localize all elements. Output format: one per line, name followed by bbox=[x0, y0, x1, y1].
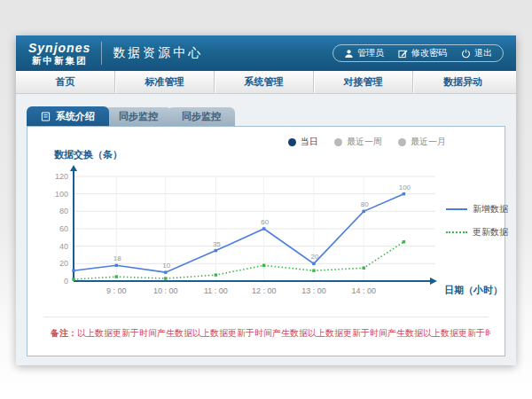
document-icon bbox=[41, 112, 51, 121]
time-range-filter: 当日 最近一周 最近一月 bbox=[288, 136, 446, 148]
logo-text-en: Synjones bbox=[28, 42, 90, 54]
radio-dot-icon bbox=[334, 138, 342, 146]
panel-divider bbox=[43, 317, 489, 317]
current-user[interactable]: 管理员 bbox=[344, 47, 384, 59]
svg-text:18: 18 bbox=[113, 254, 121, 262]
edit-icon bbox=[398, 49, 408, 59]
svg-text:14 : 00: 14 : 00 bbox=[351, 286, 376, 295]
user-toolbar: 管理员 修改密码 退出 bbox=[332, 44, 504, 62]
footnote-text: 以上数据更新于时间产生数据以上数据更新于时间产生数据以上数据更新于时间产生数据以… bbox=[77, 328, 490, 338]
tab-system-intro[interactable]: 系统介绍 bbox=[27, 106, 109, 126]
content-area: 系统介绍 同步监控 同步监控 当日 最近一周 bbox=[16, 94, 516, 365]
user-icon bbox=[344, 49, 354, 59]
tab-sync-monitor-1[interactable]: 同步监控 bbox=[105, 107, 172, 126]
tab-sync-monitor-2[interactable]: 同步监控 bbox=[168, 107, 235, 126]
radio-last-month[interactable]: 最近一月 bbox=[398, 136, 446, 148]
svg-text:80: 80 bbox=[361, 200, 369, 208]
svg-text:120: 120 bbox=[55, 172, 68, 181]
nav-item-standard-mgmt[interactable]: 标准管理 bbox=[115, 71, 215, 93]
change-password-button[interactable]: 修改密码 bbox=[398, 47, 447, 59]
svg-text:12 : 00: 12 : 00 bbox=[252, 286, 277, 295]
radio-last-week[interactable]: 最近一周 bbox=[334, 136, 382, 148]
svg-text:10: 10 bbox=[162, 262, 170, 270]
svg-text:20: 20 bbox=[59, 259, 68, 268]
chart-legend: 新增数据 更新数据 bbox=[446, 203, 508, 239]
nav-item-home[interactable]: 首页 bbox=[16, 71, 115, 93]
svg-text:100: 100 bbox=[55, 190, 68, 199]
company-logo: Synjones 新中新集团 bbox=[28, 42, 102, 66]
svg-text:10 : 00: 10 : 00 bbox=[153, 286, 178, 295]
radio-dot-icon bbox=[288, 138, 296, 146]
footnote-prefix: 备注： bbox=[51, 328, 77, 338]
power-icon bbox=[461, 49, 471, 59]
x-axis-title: 日期（小时） bbox=[444, 284, 503, 297]
main-nav: 首页 标准管理 系统管理 对接管理 数据异动 bbox=[16, 71, 516, 94]
logo-text-cn: 新中新集团 bbox=[28, 56, 90, 66]
radio-dot-icon bbox=[398, 138, 406, 146]
app-window: Synjones 新中新集团 数据资源中心 管理员 修改 bbox=[16, 35, 516, 365]
nav-item-data-change[interactable]: 数据异动 bbox=[413, 71, 512, 93]
svg-text:80: 80 bbox=[59, 207, 68, 215]
app-header: Synjones 新中新集团 数据资源中心 管理员 修改 bbox=[16, 35, 516, 71]
legend-new-data: 新增数据 bbox=[446, 203, 508, 215]
green-dotted-line-icon bbox=[446, 231, 467, 233]
svg-text:35: 35 bbox=[213, 240, 221, 248]
page-title: 数据资源中心 bbox=[113, 45, 203, 61]
svg-text:40: 40 bbox=[59, 242, 68, 251]
chart-container: 0204060801001209 : 0010 : 0011 : 0012 : … bbox=[42, 164, 497, 306]
radio-today[interactable]: 当日 bbox=[288, 136, 318, 148]
line-chart: 0204060801001209 : 0010 : 0011 : 0012 : … bbox=[42, 164, 442, 306]
footnote: 备注：以上数据更新于时间产生数据以上数据更新于时间产生数据以上数据更新于时间产生… bbox=[51, 327, 490, 340]
desktop-background: Synjones 新中新集团 数据资源中心 管理员 修改 bbox=[0, 0, 532, 399]
svg-text:100: 100 bbox=[399, 184, 411, 192]
tab-bar: 系统介绍 同步监控 同步监控 bbox=[16, 94, 516, 126]
legend-updated-data: 更新数据 bbox=[446, 226, 508, 239]
nav-item-interface-mgmt[interactable]: 对接管理 bbox=[314, 71, 413, 93]
nav-item-system-mgmt[interactable]: 系统管理 bbox=[215, 71, 314, 93]
chart-side-column: 新增数据 更新数据 日期（小时） bbox=[442, 164, 497, 306]
svg-text:60: 60 bbox=[261, 218, 269, 226]
logout-button[interactable]: 退出 bbox=[461, 47, 492, 59]
blue-line-icon bbox=[446, 208, 467, 210]
chart-panel: 当日 最近一周 最近一月 数据交换（条） 0204060801001209 : … bbox=[27, 126, 505, 356]
svg-text:11 : 00: 11 : 00 bbox=[204, 286, 228, 295]
svg-text:0: 0 bbox=[64, 277, 68, 286]
svg-text:9 : 00: 9 : 00 bbox=[106, 286, 127, 295]
svg-text:60: 60 bbox=[59, 224, 68, 233]
svg-text:13 : 00: 13 : 00 bbox=[301, 286, 326, 295]
y-axis-title: 数据交换（条） bbox=[54, 148, 122, 161]
svg-text:20: 20 bbox=[310, 253, 318, 261]
